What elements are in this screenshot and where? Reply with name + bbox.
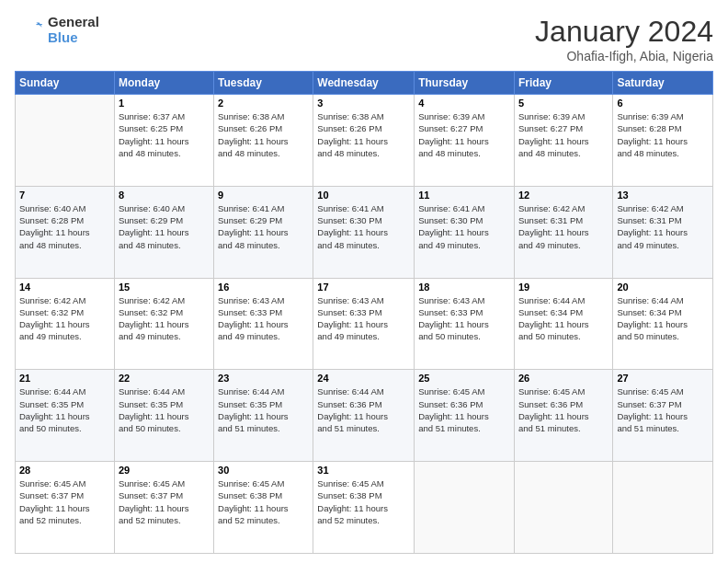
day-info: Sunrise: 6:45 AM Sunset: 6:36 PM Dayligh… (518, 385, 609, 434)
calendar-table: SundayMondayTuesdayWednesdayThursdayFrid… (15, 71, 713, 554)
calendar-cell: 14Sunrise: 6:42 AM Sunset: 6:32 PM Dayli… (16, 278, 115, 370)
weekday-header-wednesday: Wednesday (313, 72, 415, 95)
day-number: 8 (119, 190, 210, 201)
day-number: 6 (617, 98, 709, 109)
calendar-week-row: 21Sunrise: 6:44 AM Sunset: 6:35 PM Dayli… (16, 370, 713, 462)
day-info: Sunrise: 6:38 AM Sunset: 6:26 PM Dayligh… (218, 110, 309, 159)
day-number: 27 (617, 373, 709, 384)
day-info: Sunrise: 6:45 AM Sunset: 6:37 PM Dayligh… (119, 477, 210, 526)
day-info: Sunrise: 6:42 AM Sunset: 6:31 PM Dayligh… (518, 202, 609, 251)
calendar-cell: 25Sunrise: 6:45 AM Sunset: 6:36 PM Dayli… (415, 370, 515, 462)
calendar-cell: 30Sunrise: 6:45 AM Sunset: 6:38 PM Dayli… (214, 462, 313, 554)
day-number: 18 (418, 282, 510, 293)
day-number: 13 (617, 190, 709, 201)
day-number: 25 (418, 373, 510, 384)
calendar-cell: 20Sunrise: 6:44 AM Sunset: 6:34 PM Dayli… (613, 278, 713, 370)
day-info: Sunrise: 6:41 AM Sunset: 6:30 PM Dayligh… (418, 202, 510, 251)
calendar-cell: 31Sunrise: 6:45 AM Sunset: 6:38 PM Dayli… (313, 462, 415, 554)
day-number: 15 (119, 282, 210, 293)
day-number: 16 (218, 282, 309, 293)
calendar-cell: 7Sunrise: 6:40 AM Sunset: 6:28 PM Daylig… (16, 186, 115, 278)
day-info: Sunrise: 6:43 AM Sunset: 6:33 PM Dayligh… (218, 294, 309, 343)
day-number: 22 (119, 373, 210, 384)
calendar-cell: 10Sunrise: 6:41 AM Sunset: 6:30 PM Dayli… (313, 186, 415, 278)
calendar-header-row: SundayMondayTuesdayWednesdayThursdayFrid… (16, 72, 713, 95)
calendar-cell: 12Sunrise: 6:42 AM Sunset: 6:31 PM Dayli… (514, 186, 612, 278)
day-number: 10 (317, 190, 410, 201)
day-info: Sunrise: 6:42 AM Sunset: 6:31 PM Dayligh… (617, 202, 709, 251)
calendar-cell: 27Sunrise: 6:45 AM Sunset: 6:37 PM Dayli… (613, 370, 713, 462)
day-info: Sunrise: 6:44 AM Sunset: 6:36 PM Dayligh… (317, 385, 410, 434)
calendar-cell: 18Sunrise: 6:43 AM Sunset: 6:33 PM Dayli… (415, 278, 515, 370)
day-number: 31 (317, 465, 410, 476)
calendar-cell: 13Sunrise: 6:42 AM Sunset: 6:31 PM Dayli… (613, 186, 713, 278)
day-info: Sunrise: 6:45 AM Sunset: 6:38 PM Dayligh… (317, 477, 410, 526)
logo-text-general: General (48, 15, 99, 30)
day-info: Sunrise: 6:39 AM Sunset: 6:27 PM Dayligh… (518, 110, 609, 159)
day-number: 20 (617, 282, 709, 293)
calendar-cell: 5Sunrise: 6:39 AM Sunset: 6:27 PM Daylig… (514, 95, 612, 187)
location-subtitle: Ohafia-Ifigh, Abia, Nigeria (535, 49, 713, 63)
day-number: 26 (518, 373, 609, 384)
title-area: January 2024 Ohafia-Ifigh, Abia, Nigeria (535, 15, 713, 63)
calendar-cell: 24Sunrise: 6:44 AM Sunset: 6:36 PM Dayli… (313, 370, 415, 462)
day-number: 11 (418, 190, 510, 201)
day-info: Sunrise: 6:41 AM Sunset: 6:30 PM Dayligh… (317, 202, 410, 251)
day-info: Sunrise: 6:41 AM Sunset: 6:29 PM Dayligh… (218, 202, 309, 251)
day-info: Sunrise: 6:39 AM Sunset: 6:27 PM Dayligh… (418, 110, 510, 159)
day-number: 12 (518, 190, 609, 201)
weekday-header-tuesday: Tuesday (214, 72, 313, 95)
calendar-cell: 29Sunrise: 6:45 AM Sunset: 6:37 PM Dayli… (114, 462, 213, 554)
day-number: 17 (317, 282, 410, 293)
day-number: 24 (317, 373, 410, 384)
day-number: 4 (418, 98, 510, 109)
day-info: Sunrise: 6:44 AM Sunset: 6:35 PM Dayligh… (119, 385, 210, 434)
calendar-cell (415, 462, 515, 554)
calendar-cell (613, 462, 713, 554)
day-info: Sunrise: 6:42 AM Sunset: 6:32 PM Dayligh… (119, 294, 210, 343)
calendar-cell: 3Sunrise: 6:38 AM Sunset: 6:26 PM Daylig… (313, 95, 415, 187)
weekday-header-friday: Friday (514, 72, 612, 95)
calendar-week-row: 28Sunrise: 6:45 AM Sunset: 6:37 PM Dayli… (16, 462, 713, 554)
day-info: Sunrise: 6:45 AM Sunset: 6:37 PM Dayligh… (19, 477, 110, 526)
calendar-cell: 11Sunrise: 6:41 AM Sunset: 6:30 PM Dayli… (415, 186, 515, 278)
day-info: Sunrise: 6:44 AM Sunset: 6:35 PM Dayligh… (218, 385, 309, 434)
day-info: Sunrise: 6:43 AM Sunset: 6:33 PM Dayligh… (418, 294, 510, 343)
calendar-cell: 28Sunrise: 6:45 AM Sunset: 6:37 PM Dayli… (16, 462, 115, 554)
day-number: 2 (218, 98, 309, 109)
calendar-cell (514, 462, 612, 554)
day-number: 5 (518, 98, 609, 109)
day-info: Sunrise: 6:38 AM Sunset: 6:26 PM Dayligh… (317, 110, 410, 159)
calendar-week-row: 7Sunrise: 6:40 AM Sunset: 6:28 PM Daylig… (16, 186, 713, 278)
day-info: Sunrise: 6:37 AM Sunset: 6:25 PM Dayligh… (119, 110, 210, 159)
page-header: General Blue January 2024 Ohafia-Ifigh, … (15, 15, 713, 63)
day-number: 21 (19, 373, 110, 384)
calendar-cell: 21Sunrise: 6:44 AM Sunset: 6:35 PM Dayli… (16, 370, 115, 462)
day-number: 30 (218, 465, 309, 476)
calendar-cell: 15Sunrise: 6:42 AM Sunset: 6:32 PM Dayli… (114, 278, 213, 370)
calendar-cell: 23Sunrise: 6:44 AM Sunset: 6:35 PM Dayli… (214, 370, 313, 462)
day-number: 9 (218, 190, 309, 201)
day-number: 23 (218, 373, 309, 384)
day-info: Sunrise: 6:40 AM Sunset: 6:28 PM Dayligh… (19, 202, 110, 251)
calendar-cell: 2Sunrise: 6:38 AM Sunset: 6:26 PM Daylig… (214, 95, 313, 187)
day-info: Sunrise: 6:42 AM Sunset: 6:32 PM Dayligh… (19, 294, 110, 343)
day-info: Sunrise: 6:40 AM Sunset: 6:29 PM Dayligh… (119, 202, 210, 251)
calendar-cell: 26Sunrise: 6:45 AM Sunset: 6:36 PM Dayli… (514, 370, 612, 462)
day-number: 28 (19, 465, 110, 476)
calendar-cell: 9Sunrise: 6:41 AM Sunset: 6:29 PM Daylig… (214, 186, 313, 278)
logo: General Blue (15, 15, 99, 45)
calendar-cell: 16Sunrise: 6:43 AM Sunset: 6:33 PM Dayli… (214, 278, 313, 370)
weekday-header-thursday: Thursday (415, 72, 515, 95)
calendar-week-row: 1Sunrise: 6:37 AM Sunset: 6:25 PM Daylig… (16, 95, 713, 187)
calendar-cell (16, 95, 115, 187)
weekday-header-sunday: Sunday (16, 72, 115, 95)
day-info: Sunrise: 6:39 AM Sunset: 6:28 PM Dayligh… (617, 110, 709, 159)
calendar-cell: 19Sunrise: 6:44 AM Sunset: 6:34 PM Dayli… (514, 278, 612, 370)
day-number: 29 (119, 465, 210, 476)
calendar-cell: 8Sunrise: 6:40 AM Sunset: 6:29 PM Daylig… (114, 186, 213, 278)
weekday-header-saturday: Saturday (613, 72, 713, 95)
calendar-week-row: 14Sunrise: 6:42 AM Sunset: 6:32 PM Dayli… (16, 278, 713, 370)
calendar-cell: 22Sunrise: 6:44 AM Sunset: 6:35 PM Dayli… (114, 370, 213, 462)
calendar-cell: 17Sunrise: 6:43 AM Sunset: 6:33 PM Dayli… (313, 278, 415, 370)
